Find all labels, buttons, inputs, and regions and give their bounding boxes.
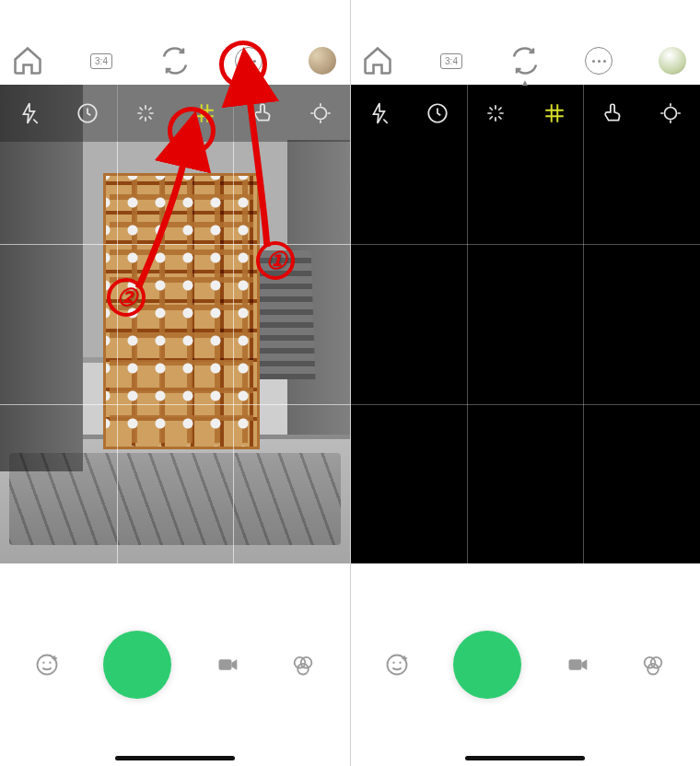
- filters-icon[interactable]: [285, 646, 321, 683]
- aspect-ratio-button[interactable]: 3:4: [85, 44, 118, 77]
- more-pointer-icon: ▲: [520, 77, 530, 87]
- svg-point-1: [315, 108, 327, 120]
- status-bar: [0, 0, 350, 37]
- scene-ground-shadow: [9, 453, 341, 545]
- panel-divider: [350, 0, 351, 766]
- aspect-ratio-button[interactable]: 3:4: [435, 44, 468, 77]
- right-screenshot: 3:4 ▲: [350, 0, 700, 766]
- shutter-button[interactable]: [103, 631, 171, 699]
- sticker-icon[interactable]: [379, 646, 415, 683]
- bottom-bar: [350, 563, 700, 766]
- home-indicator: [465, 756, 585, 760]
- more-icon: [585, 47, 612, 75]
- timer-icon[interactable]: [69, 95, 106, 132]
- svg-rect-5: [218, 659, 231, 670]
- flash-off-icon[interactable]: [11, 95, 48, 132]
- svg-point-10: [665, 108, 677, 120]
- svg-point-17: [648, 664, 659, 675]
- svg-point-8: [298, 664, 309, 675]
- ratio-label: 3:4: [90, 53, 112, 69]
- home-icon[interactable]: [11, 44, 44, 77]
- gallery-avatar[interactable]: [306, 44, 339, 77]
- svg-point-16: [651, 657, 662, 668]
- gallery-avatar[interactable]: [656, 44, 689, 77]
- sticker-icon[interactable]: [29, 646, 65, 683]
- annotation-number-2: ②: [107, 278, 146, 317]
- camera-preview-dark: [350, 85, 700, 563]
- avatar-icon: [309, 47, 336, 75]
- more-button[interactable]: [582, 44, 615, 77]
- annotation-arrow-2: [129, 145, 203, 293]
- home-icon[interactable]: [361, 44, 394, 77]
- svg-point-4: [49, 662, 51, 664]
- touch-shoot-icon[interactable]: [594, 95, 631, 132]
- annotation-number-1: ①: [256, 241, 295, 280]
- flip-camera-icon[interactable]: [158, 44, 192, 77]
- viewfinder[interactable]: [350, 85, 700, 563]
- avatar-icon: [659, 47, 686, 75]
- home-indicator: [115, 756, 235, 760]
- top-bar: 3:4 ▲: [350, 37, 700, 85]
- filters-icon[interactable]: [635, 646, 671, 683]
- bottom-bar: [0, 563, 350, 766]
- flash-off-icon[interactable]: [361, 95, 398, 132]
- ratio-label: 3:4: [440, 53, 462, 69]
- svg-point-13: [399, 662, 401, 664]
- top-bar: 3:4: [0, 37, 350, 85]
- left-screenshot: 3:4: [0, 0, 350, 766]
- grid-toggle-icon[interactable]: [536, 95, 573, 132]
- status-bar: [350, 0, 700, 37]
- focus-icon[interactable]: [302, 95, 339, 132]
- focus-icon[interactable]: [652, 95, 689, 132]
- tool-strip: [350, 85, 700, 142]
- svg-point-3: [42, 662, 44, 664]
- scene-building-left: [0, 85, 83, 471]
- svg-point-12: [392, 662, 394, 664]
- shutter-button[interactable]: [453, 631, 521, 699]
- video-mode-icon[interactable]: [560, 646, 597, 683]
- video-mode-icon[interactable]: [210, 646, 247, 683]
- timer-icon[interactable]: [419, 95, 456, 132]
- flip-camera-icon[interactable]: [508, 44, 542, 77]
- annotation-arrow-1: [235, 81, 290, 256]
- burst-icon[interactable]: [477, 95, 514, 132]
- burst-icon[interactable]: [127, 95, 164, 132]
- svg-rect-14: [568, 659, 581, 670]
- svg-point-7: [301, 657, 312, 668]
